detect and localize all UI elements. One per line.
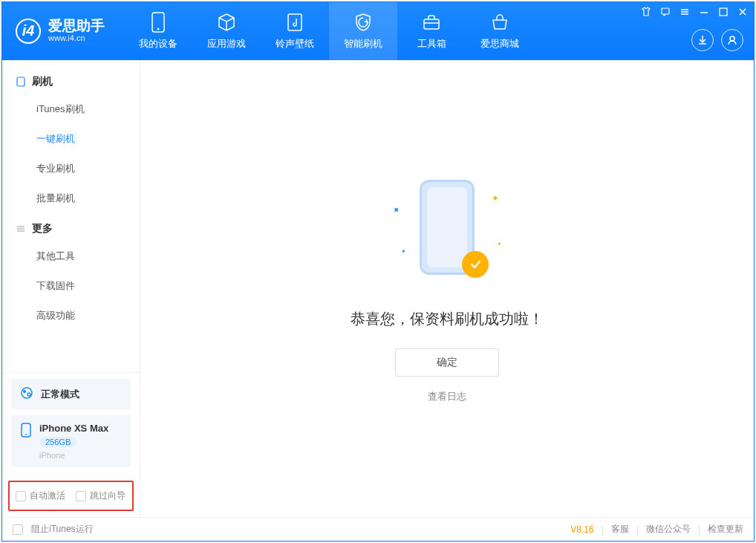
nav-label: 我的设备 (139, 37, 177, 51)
svg-point-8 (22, 388, 32, 398)
svg-point-10 (27, 393, 30, 396)
sidebar-item-download-firmware[interactable]: 下载固件 (2, 271, 140, 301)
toolbox-icon (421, 12, 442, 33)
nav-ringtone-wallpaper[interactable]: 铃声壁纸 (261, 2, 329, 60)
nav-label: 应用游戏 (207, 37, 246, 51)
titlebar: i4 爱思助手 www.i4.cn 我的设备 应用游戏 铃声壁纸 智能刷机 (2, 2, 754, 60)
sidebar-item-other-tools[interactable]: 其他工具 (2, 241, 140, 271)
nav-apps-games[interactable]: 应用游戏 (192, 2, 261, 60)
sidebar-group-more: 更多 (2, 213, 140, 241)
svg-point-6 (730, 36, 734, 41)
maximize-button[interactable] (717, 5, 730, 19)
cube-icon (216, 12, 237, 33)
shirt-icon[interactable] (639, 5, 653, 19)
status-bar: 阻止iTunes运行 V8.16 | 客服 | 微信公众号 | 检查更新 (2, 517, 754, 541)
phone-icon (20, 423, 32, 440)
svg-rect-3 (424, 19, 439, 29)
device-capacity: 256GB (39, 437, 76, 447)
download-button[interactable] (691, 29, 714, 51)
app-url: www.i4.cn (48, 33, 105, 44)
sidebar-item-pro-flash[interactable]: 专业刷机 (2, 154, 140, 183)
main-nav: 我的设备 应用游戏 铃声壁纸 智能刷机 工具箱 爱思商城 (124, 2, 534, 60)
account-button[interactable] (721, 29, 743, 51)
close-button[interactable] (736, 5, 749, 19)
success-illustration: ✦ ✦ ✦ ✦ (388, 174, 506, 293)
svg-point-1 (157, 28, 160, 30)
app-logo: i4 爱思助手 www.i4.cn (2, 19, 118, 44)
mode-label: 正常模式 (41, 388, 79, 401)
device-type: iPhone (39, 451, 108, 460)
nav-store[interactable]: 爱思商城 (466, 2, 534, 60)
music-icon (284, 12, 305, 33)
view-log-link[interactable]: 查看日志 (428, 390, 466, 403)
flash-options-highlight: 自动激活 跳过向导 (8, 481, 134, 511)
ok-button[interactable]: 确定 (395, 348, 499, 377)
checkbox-block-itunes[interactable]: 阻止iTunes运行 (13, 523, 94, 536)
footer-link-support[interactable]: 客服 (611, 523, 629, 536)
nav-label: 爱思商城 (480, 37, 519, 51)
store-icon (489, 12, 510, 33)
nav-my-device[interactable]: 我的设备 (124, 2, 192, 60)
device-mode[interactable]: 正常模式 (11, 379, 131, 409)
svg-rect-2 (288, 14, 302, 30)
checkbox-skip-guide[interactable]: 跳过向导 (76, 490, 126, 502)
group-title: 刷机 (32, 75, 53, 88)
minimize-button[interactable] (697, 5, 711, 19)
nav-smart-flash[interactable]: 智能刷机 (329, 2, 397, 60)
sidebar-item-itunes-flash[interactable]: iTunes刷机 (2, 94, 140, 124)
mode-icon (20, 386, 33, 402)
checkbox-auto-activate[interactable]: 自动激活 (16, 490, 65, 502)
menu-icon[interactable] (678, 5, 691, 19)
sidebar-item-batch-flash[interactable]: 批量刷机 (2, 183, 140, 213)
app-name: 爱思助手 (48, 19, 105, 33)
group-title: 更多 (32, 222, 53, 235)
menu-icon (16, 224, 26, 234)
shield-icon (353, 12, 374, 33)
svg-rect-4 (662, 8, 669, 14)
nav-toolbox[interactable]: 工具箱 (397, 2, 466, 60)
nav-label: 智能刷机 (344, 37, 382, 51)
device-panel: 正常模式 iPhone XS Max 256GB iPhone (2, 372, 140, 479)
body: 刷机 iTunes刷机 一键刷机 专业刷机 批量刷机 更多 其他工具 下载固件 … (2, 60, 754, 517)
sidebar-item-advanced[interactable]: 高级功能 (2, 301, 140, 331)
device-icon (148, 12, 169, 33)
window-controls (639, 5, 749, 19)
footer-link-wechat[interactable]: 微信公众号 (646, 523, 691, 536)
nav-label: 工具箱 (417, 37, 446, 51)
footer-link-update[interactable]: 检查更新 (708, 523, 743, 536)
svg-rect-5 (720, 8, 727, 16)
svg-point-12 (25, 434, 27, 435)
sidebar: 刷机 iTunes刷机 一键刷机 专业刷机 批量刷机 更多 其他工具 下载固件 … (2, 60, 140, 517)
nav-label: 铃声壁纸 (276, 37, 314, 51)
check-icon (462, 251, 489, 278)
feedback-icon[interactable] (659, 5, 672, 19)
svg-point-9 (23, 390, 26, 393)
success-message: 恭喜您，保资料刷机成功啦！ (351, 309, 544, 329)
logo-icon: i4 (16, 19, 41, 44)
sidebar-item-onekey-flash[interactable]: 一键刷机 (2, 124, 140, 154)
titlebar-actions (691, 29, 743, 51)
svg-rect-7 (17, 77, 25, 86)
main-content: ✦ ✦ ✦ ✦ 恭喜您，保资料刷机成功啦！ 确定 查看日志 (140, 60, 754, 517)
device-card[interactable]: iPhone XS Max 256GB iPhone (11, 415, 131, 467)
device-name: iPhone XS Max (39, 423, 108, 434)
app-window: i4 爱思助手 www.i4.cn 我的设备 应用游戏 铃声壁纸 智能刷机 (1, 1, 755, 542)
phone-icon (16, 77, 26, 87)
sidebar-group-flash: 刷机 (2, 66, 140, 94)
version-label: V8.16 (570, 524, 593, 535)
